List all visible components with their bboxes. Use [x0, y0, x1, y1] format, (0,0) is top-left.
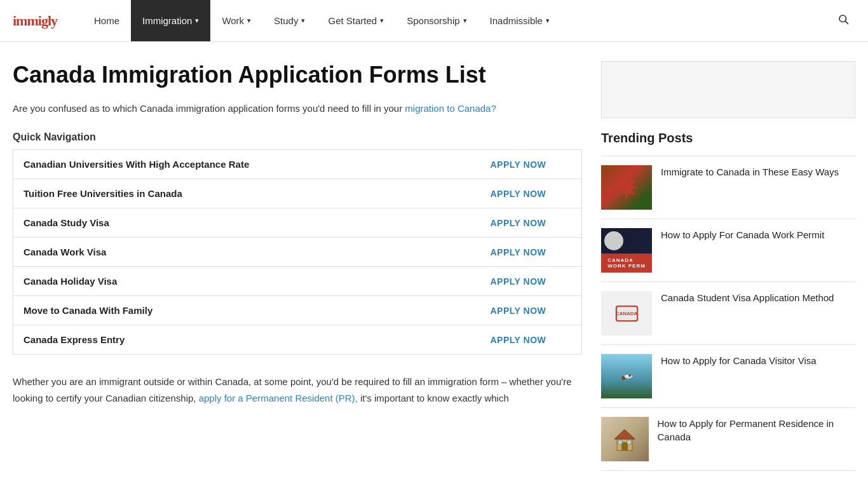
table-row-action[interactable]: APPLY NOW [480, 267, 582, 296]
trending-item[interactable]: How to Apply for Permanent Residence in … [601, 408, 855, 471]
chevron-down-icon: ▾ [195, 17, 199, 25]
apply-now-link[interactable]: APPLY NOW [491, 276, 546, 287]
sidebar: Trending Posts Immigrate to Canada in Th… [601, 61, 855, 471]
thumbnail-image: CANADAWORK PERM [601, 228, 652, 273]
page-container: Canada Immigration Application Forms Lis… [0, 42, 868, 488]
table-row-label: Canada Holiday Visa [13, 267, 480, 296]
table-row-action[interactable]: APPLY NOW [480, 238, 582, 267]
table-row-label: Canada Express Entry [13, 325, 480, 355]
thumbnail-image [601, 354, 652, 398]
navbar: immigly Home Immigration ▾ Work ▾ Study … [0, 0, 868, 42]
svg-point-6 [628, 374, 631, 377]
quick-nav-title: Quick Navigation [13, 132, 582, 143]
table-row-label: Canada Work Visa [13, 238, 480, 267]
nav-inadmissible[interactable]: Inadmissible ▾ [478, 0, 561, 41]
chevron-down-icon: ▾ [247, 17, 251, 25]
trending-item-title: Immigrate to Canada in These Easy Ways [661, 165, 839, 179]
trending-item[interactable]: CANADAWORK PERM How to Apply For Canada … [601, 219, 855, 282]
table-row: Tuition Free Universities in Canada APPL… [13, 179, 582, 208]
chevron-down-icon: ▾ [301, 17, 305, 25]
nav-home[interactable]: Home [83, 0, 131, 41]
nav-get-started[interactable]: Get Started ▾ [316, 0, 395, 41]
table-row-action[interactable]: APPLY NOW [480, 296, 582, 325]
chevron-down-icon: ▾ [463, 17, 467, 25]
quick-nav-table: Canadian Universities With High Acceptan… [13, 149, 582, 355]
body-paragraph: Whether you are an immigrant outside or … [13, 374, 582, 406]
svg-marker-8 [614, 430, 635, 439]
chevron-down-icon: ▾ [380, 17, 384, 25]
search-icon[interactable] [831, 13, 855, 28]
trending-item[interactable]: How to Apply for Canada Visitor Visa [601, 345, 855, 408]
site-logo[interactable]: immigly [13, 13, 57, 29]
trending-item-title: How to Apply for Canada Visitor Visa [661, 354, 817, 367]
svg-rect-9 [621, 442, 628, 451]
svg-line-1 [845, 21, 848, 24]
pr-link[interactable]: apply for a Permanent Resident (PR), [199, 393, 358, 403]
table-row-label: Canada Study Visa [13, 208, 480, 238]
chevron-down-icon: ▾ [546, 17, 550, 25]
trending-item-title: How to Apply for Permanent Residence in … [658, 417, 855, 444]
table-row: Canada Express Entry APPLY NOW [13, 325, 582, 355]
nav-work[interactable]: Work ▾ [210, 0, 262, 41]
table-row: Canada Holiday Visa APPLY NOW [13, 267, 582, 296]
table-row-action[interactable]: APPLY NOW [480, 208, 582, 238]
logo-text: immigly [13, 13, 57, 29]
nav-study[interactable]: Study ▾ [262, 0, 316, 41]
svg-text:CANADA: CANADA [615, 311, 637, 316]
table-row-action[interactable]: APPLY NOW [480, 179, 582, 208]
thumbnail-image [601, 165, 652, 210]
main-content: Canada Immigration Application Forms Lis… [13, 61, 582, 471]
nav-immigration[interactable]: Immigration ▾ [131, 0, 210, 41]
trending-title: Trending Posts [601, 131, 855, 146]
trending-item-title: How to Apply For Canada Work Permit [661, 228, 824, 241]
apply-now-link[interactable]: APPLY NOW [491, 335, 546, 345]
table-row-label: Move to Canada With Family [13, 296, 480, 325]
table-row-label: Tuition Free Universities in Canada [13, 179, 480, 208]
table-row: Canadian Universities With High Acceptan… [13, 150, 582, 179]
trending-item[interactable]: CANADA Canada Student Visa Application M… [601, 282, 855, 345]
apply-now-link[interactable]: APPLY NOW [491, 247, 546, 257]
thumbnail-image: CANADA [601, 291, 652, 336]
table-row-action[interactable]: APPLY NOW [480, 325, 582, 355]
migration-link[interactable]: migration to Canada? [405, 103, 496, 114]
table-row-action[interactable]: APPLY NOW [480, 150, 582, 179]
trending-item-title: Canada Student Visa Application Method [661, 291, 834, 304]
nav-sponsorship[interactable]: Sponsorship ▾ [395, 0, 478, 41]
svg-rect-10 [618, 440, 622, 444]
table-row: Move to Canada With Family APPLY NOW [13, 296, 582, 325]
nav-items: Home Immigration ▾ Work ▾ Study ▾ Get St… [83, 0, 855, 41]
svg-rect-11 [627, 440, 631, 444]
trending-item[interactable]: Immigrate to Canada in These Easy Ways [601, 156, 855, 219]
apply-now-link[interactable]: APPLY NOW [491, 218, 546, 228]
page-title: Canada Immigration Application Forms Lis… [13, 61, 582, 88]
trending-list: Immigrate to Canada in These Easy Ways C… [601, 156, 855, 471]
svg-point-5 [621, 376, 625, 380]
thumbnail-image [601, 417, 649, 461]
apply-now-link[interactable]: APPLY NOW [491, 189, 546, 199]
apply-now-link[interactable]: APPLY NOW [491, 306, 546, 316]
table-row-label: Canadian Universities With High Acceptan… [13, 150, 480, 179]
table-row: Canada Work Visa APPLY NOW [13, 238, 582, 267]
intro-paragraph: Are you confused as to which Canada immi… [13, 101, 582, 116]
ad-banner [601, 61, 855, 118]
table-row: Canada Study Visa APPLY NOW [13, 208, 582, 238]
apply-now-link[interactable]: APPLY NOW [491, 159, 546, 170]
